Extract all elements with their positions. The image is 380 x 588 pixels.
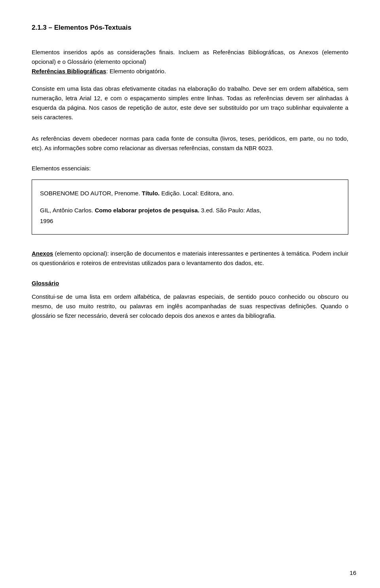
page: 2.1.3 – Elementos Pós-Textuais Elementos… bbox=[0, 0, 380, 588]
referencias-bibliograficas-label: Referências Bibliográficas bbox=[32, 68, 106, 74]
paragraph-anexos: Anexos (elemento opcional): inserção de … bbox=[32, 249, 348, 268]
section-title: 2.1.3 – Elementos Pós-Textuais bbox=[32, 24, 348, 32]
box-line-2: GIL, Antônio Carlos. Como elaborar proje… bbox=[40, 205, 340, 226]
reference-box: SOBRENOME DO AUTOR, Prenome. Título. Edi… bbox=[32, 179, 348, 235]
anexos-label: Anexos bbox=[32, 250, 53, 257]
box-line-1: SOBRENOME DO AUTOR, Prenome. Título. Edi… bbox=[40, 188, 340, 199]
page-number: 16 bbox=[350, 569, 356, 576]
box-line1-end: Edição. Local: Editora, ano. bbox=[160, 190, 234, 197]
intro-text: Elementos inseridos após as consideraçõe… bbox=[32, 49, 348, 65]
paragraph-glossario: Constitui-se de uma lista em ordem alfab… bbox=[32, 292, 348, 321]
paragraph-normas: As referências devem obedecer normas par… bbox=[32, 134, 348, 153]
elementos-essenciais-label: Elementos essenciais: bbox=[32, 165, 348, 172]
box-line2-end: 3.ed. São Paulo: Atlas, bbox=[200, 207, 261, 214]
glossario-heading: Glossário bbox=[32, 280, 348, 286]
box-line2-bold: Como elaborar projetos de pesquisa. bbox=[95, 207, 199, 214]
box-line1-bold: Título. bbox=[142, 190, 160, 197]
box-line1-normal: SOBRENOME DO AUTOR, Prenome. bbox=[40, 190, 142, 197]
paragraph-intro: Elementos inseridos após as consideraçõe… bbox=[32, 48, 348, 76]
paragraph-referencias-desc: Consiste em uma lista das obras efetivam… bbox=[32, 84, 348, 122]
anexos-text: (elemento opcional): inserção de documen… bbox=[32, 250, 348, 266]
box-line2-normal: GIL, Antônio Carlos. bbox=[40, 207, 95, 214]
box-line3: 1996 bbox=[40, 218, 53, 224]
referencias-suffix: : Elemento obrigatório. bbox=[106, 68, 166, 74]
